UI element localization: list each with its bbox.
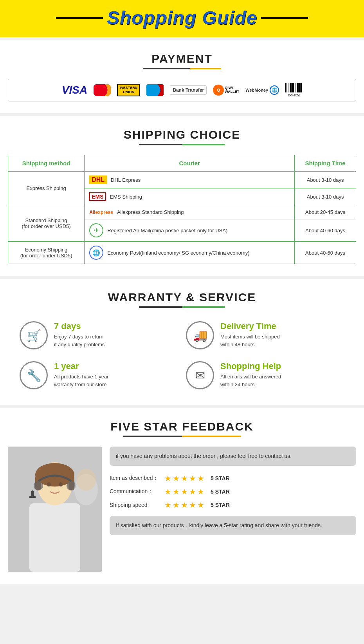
time-ali: About 20-45 days — [295, 205, 356, 219]
method-economy: Economy Shipping(for order under USD5) — [8, 242, 85, 264]
warranty-desc-help: All emails will be answeredwithin 24 hou… — [220, 373, 281, 388]
payment-title: PAYMENT — [8, 52, 356, 65]
rating-row-shipping: Shipping speed: ★ ★ ★ ★ ★ 5 STAR — [110, 500, 356, 510]
email-icon: ✉ — [186, 361, 214, 389]
speech-bubble-top: if you have any problems about the order… — [110, 447, 356, 466]
rating-label-shipping: Shipping speed: — [110, 502, 164, 508]
qiwi-icon: Q QIWI WALLET — [213, 85, 239, 96]
warranty-title-return: 7 days — [54, 321, 105, 331]
customer-photo-svg — [8, 447, 102, 572]
warranty-desc-year: All products have 1 yearwarranty from ou… — [54, 373, 108, 388]
warranty-title-delivery: Delivery Time — [220, 321, 280, 331]
warranty-section: WARRANTY & SERVICE 🛒 7 days Enjoy 7 days… — [0, 279, 364, 405]
courier-airmail: ✈ Registered Air Mail(china post/e packe… — [85, 219, 295, 242]
table-row: Economy Shipping(for order under USD5) 🌐… — [8, 242, 356, 264]
warranty-text-return: 7 days Enjoy 7 days to returnif any qual… — [54, 321, 105, 348]
warranty-item-delivery: 🚚 Delivery Time Most items will be shipp… — [186, 321, 344, 349]
maestro-icon — [146, 84, 164, 96]
aliexpress-logo: Aliexpress — [89, 210, 113, 215]
shipping-title: SHIPPING CHOICE — [8, 128, 356, 141]
warranty-item-help: ✉ Shopping Help All emails will be answe… — [186, 361, 344, 389]
warranty-desc-return: Enjoy 7 days to returnif any quality pro… — [54, 333, 105, 348]
rating-row-communication: Communication： ★ ★ ★ ★ ★ 5 STAR — [110, 487, 356, 496]
time-airmail: About 40-60 days — [295, 219, 356, 242]
col-header-time: Shipping Time — [295, 155, 356, 172]
col-header-courier: Courier — [85, 155, 295, 172]
western-union-icon: WESTERNUNION — [117, 84, 140, 96]
shipping-underline — [139, 144, 225, 145]
payment-icons-row: VISA WESTERNUNION Bank Transfer Q QIWI W… — [8, 79, 356, 101]
stars-shipping: ★ ★ ★ ★ ★ — [164, 500, 204, 510]
feedback-content: if you have any problems about the order… — [8, 447, 356, 572]
warranty-desc-delivery: Most items will be shippedwithin 48 hour… — [220, 333, 280, 348]
method-standard: Standard Shipping(for order over USD5) — [8, 205, 85, 242]
courier-dhl: DHL DHL Express — [85, 172, 295, 188]
warranty-item-return: 🛒 7 days Enjoy 7 days to returnif any qu… — [20, 321, 178, 349]
svg-point-13 — [59, 482, 63, 487]
rating-label-described: Item as described： — [110, 475, 164, 482]
rating-value-communication: 5 STAR — [211, 488, 230, 495]
warranty-text-help: Shopping Help All emails will be answere… — [220, 361, 281, 388]
warranty-underline — [139, 306, 225, 308]
shipping-table: Shipping method Courier Shipping Time Ex… — [8, 155, 356, 264]
dhl-logo: DHL — [89, 175, 107, 184]
cart-icon: 🛒 — [20, 321, 48, 349]
payment-section: PAYMENT VISA WESTERNUNION Bank Transfer … — [0, 40, 364, 113]
webmoney-icon: WebMoney 🌐 — [245, 85, 279, 95]
svg-point-15 — [76, 469, 96, 491]
rating-value-shipping: 5 STAR — [211, 502, 230, 508]
rating-value-described: 5 STAR — [211, 475, 230, 481]
rating-row-described: Item as described： ★ ★ ★ ★ ★ 5 STAR — [110, 474, 356, 483]
feedback-title: FIVE STAR FEEDBACK — [8, 420, 356, 433]
wrench-icon: 🔧 — [20, 361, 48, 389]
warranty-title-help: Shopping Help — [220, 361, 281, 371]
warranty-grid: 🛒 7 days Enjoy 7 days to returnif any qu… — [8, 317, 356, 393]
ems-logo: EMS — [89, 192, 106, 201]
bank-transfer-icon: Bank Transfer — [170, 85, 207, 95]
svg-point-12 — [47, 482, 51, 487]
truck-icon: 🚚 — [186, 321, 214, 349]
header-title: Shopping Guide — [107, 7, 258, 29]
svg-rect-11 — [29, 496, 36, 498]
header-banner: Shopping Guide — [0, 0, 364, 37]
stars-described: ★ ★ ★ ★ ★ — [164, 474, 204, 483]
feedback-underline — [123, 436, 241, 437]
visa-icon: VISA — [62, 84, 87, 96]
svg-point-8 — [34, 481, 43, 490]
shipping-section: SHIPPING CHOICE Shipping method Courier … — [0, 116, 364, 276]
time-dhl: About 3-10 days — [295, 172, 356, 188]
col-header-method: Shipping method — [8, 155, 85, 172]
feedback-right: if you have any problems about the order… — [110, 447, 356, 535]
rating-label-communication: Communication： — [110, 488, 164, 495]
table-row: Standard Shipping(for order over USD5) A… — [8, 205, 356, 219]
courier-ems: EMS EMS Shipping — [85, 188, 295, 205]
time-ems: About 3-10 days — [295, 188, 356, 205]
un-logo: 🌐 — [89, 246, 103, 260]
courier-ali: Aliexpress Aliexpress Standard Shipping — [85, 205, 295, 219]
table-row: Express Shipping DHL DHL Express About 3… — [8, 172, 356, 188]
feedback-section: FIVE STAR FEEDBACK — [0, 408, 364, 584]
method-express: Express Shipping — [8, 172, 85, 205]
customer-photo — [8, 447, 102, 572]
airmail-logo: ✈ — [89, 223, 103, 237]
payment-underline — [143, 68, 221, 69]
boleto-icon: Boleto! — [285, 83, 302, 97]
svg-rect-3 — [29, 503, 80, 572]
stars-communication: ★ ★ ★ ★ ★ — [164, 487, 204, 496]
warranty-text-year: 1 year All products have 1 yearwarranty … — [54, 361, 108, 388]
time-economy: About 40-60 days — [295, 242, 356, 264]
warranty-item-year: 🔧 1 year All products have 1 yearwarrant… — [20, 361, 178, 389]
speech-bubble-bottom: If satisfied with our products，kindly le… — [110, 516, 356, 535]
header-line-right — [261, 17, 308, 19]
warranty-title-year: 1 year — [54, 361, 108, 371]
mastercard-icon — [94, 84, 111, 96]
courier-economy: 🌐 Economy Post(finland economy/ SG econo… — [85, 242, 295, 264]
warranty-title: WARRANTY & SERVICE — [8, 291, 356, 304]
header-line-left — [56, 17, 103, 19]
warranty-text-delivery: Delivery Time Most items will be shipped… — [220, 321, 280, 348]
